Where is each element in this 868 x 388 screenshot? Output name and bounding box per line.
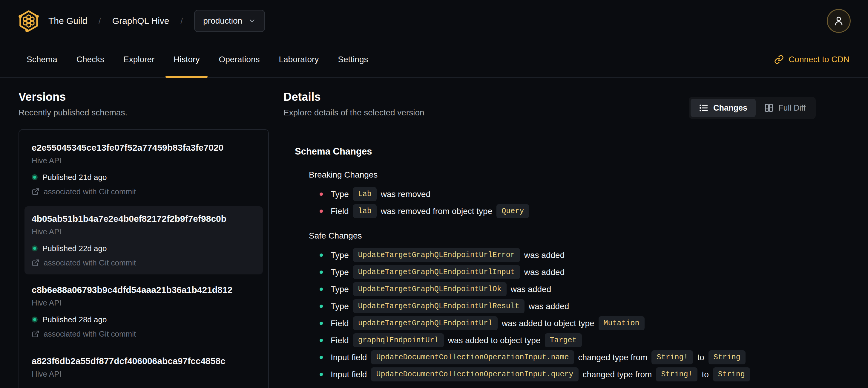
breadcrumb-separator: / [99, 16, 101, 26]
version-status: Published 28d ago [32, 315, 256, 324]
change-list: TypeUpdateTargetGraphQLEndpointUrlErrorw… [319, 248, 850, 381]
published-dot-icon [32, 317, 38, 323]
nav-tab-label: Settings [338, 55, 368, 64]
breaking-bullet-icon [319, 210, 323, 213]
nav-tab-label: History [174, 55, 199, 64]
version-item[interactable]: a823f6db2a55df877dcf406006abca97fcc4858c… [25, 349, 263, 388]
code-badge: graphqlEndpointUrl [353, 333, 444, 347]
change-text: changed type from [578, 353, 648, 362]
change-text: to [697, 353, 704, 362]
change-text: was removed from object type [381, 207, 493, 216]
chevron-down-icon [248, 17, 256, 25]
change-row-content: TypeUpdateTargetGraphQLEndpointUrlResult… [331, 299, 569, 313]
nav-tab-label: Schema [27, 55, 57, 64]
code-badge: UpdateTargetGraphQLEndpointUrlInput [353, 265, 520, 279]
published-dot-icon [32, 245, 38, 251]
version-status-label: Published 28d ago [42, 315, 106, 324]
nav-tab-label: Checks [76, 55, 104, 64]
published-dot-icon [32, 174, 38, 180]
version-status-label: Published 40d ago [42, 386, 106, 388]
safe-bullet-icon [319, 339, 323, 342]
full-diff-view-button[interactable]: Full Diff [756, 99, 814, 117]
safe-bullet-icon [319, 271, 323, 274]
change-row-content: Input fieldUpdateDocumentCollectionOpera… [331, 367, 750, 381]
git-commit-link[interactable]: associated with Git commit [32, 187, 256, 196]
code-badge: UpdateDocumentCollectionOperationInput.n… [371, 350, 574, 364]
version-service: Hive API [32, 156, 256, 165]
version-item[interactable]: e2e55045345ce13fe07f52a77459b83fa3fe7020… [25, 135, 263, 203]
change-text: to [702, 370, 709, 379]
version-item[interactable]: 4b05ab51b1b4a7e2e4b0ef82172f2b9f7ef98c0b… [25, 206, 263, 274]
change-row-content: TypeLabwas removed [331, 187, 430, 201]
nav-tab[interactable]: Schema [19, 42, 65, 77]
schema-changes: Schema Changes Breaking Changes TypeLabw… [283, 146, 850, 381]
full-diff-view-label: Full Diff [778, 103, 806, 113]
main-content: Versions Recently published schemas. e2e… [0, 78, 868, 388]
git-commit-label: associated with Git commit [43, 258, 136, 267]
hive-logo-icon[interactable] [17, 9, 40, 33]
code-badge: UpdateTargetGraphQLEndpointUrlResult [353, 299, 525, 313]
change-text: Type [331, 189, 349, 199]
change-row: TypeLabwas removed [319, 187, 850, 201]
git-commit-label: associated with Git commit [43, 187, 136, 196]
nav-tab[interactable]: Checks [68, 42, 112, 77]
change-text: was added [529, 302, 569, 311]
person-icon [833, 15, 845, 27]
breadcrumb-org[interactable]: The Guild [49, 16, 87, 26]
change-text: Type [331, 302, 349, 311]
code-badge: UpdateTargetGraphQLEndpointUrlOk [353, 282, 506, 296]
target-dropdown[interactable]: production [194, 10, 265, 32]
nav-tab[interactable]: Laboratory [271, 42, 327, 77]
change-text: was added [511, 285, 551, 294]
change-row-content: FieldupdateTargetGraphQLEndpointUrlwas a… [331, 316, 645, 330]
nav-tab-label: Explorer [123, 55, 154, 64]
nav-tab-label: Laboratory [279, 55, 319, 64]
change-text: Field [331, 336, 349, 345]
version-status-label: Published 21d ago [42, 173, 106, 182]
view-toggle-group: Changes Full Diff [689, 97, 816, 119]
code-badge: String! [651, 350, 693, 364]
target-nav: Schema Checks Explorer History Operation… [0, 42, 868, 78]
change-text: Type [331, 268, 349, 277]
safe-bullet-icon [319, 288, 323, 291]
version-status: Published 22d ago [32, 244, 256, 253]
breadcrumb-separator: / [181, 16, 183, 26]
change-section-title: Breaking Changes [309, 170, 850, 180]
versions-subtitle: Recently published schemas. [19, 108, 269, 118]
safe-bullet-icon [319, 322, 323, 325]
nav-tab[interactable]: Settings [330, 42, 376, 77]
versions-list: e2e55045345ce13fe07f52a77459b83fa3fe7020… [19, 129, 269, 388]
change-text: Field [331, 319, 349, 328]
nav-tab[interactable]: Operations [211, 42, 268, 77]
details-header: Details Explore details of the selected … [283, 90, 850, 119]
change-row-content: TypeUpdateTargetGraphQLEndpointUrlErrorw… [331, 248, 564, 262]
breadcrumb-project[interactable]: GraphQL Hive [112, 16, 169, 26]
change-row: FieldupdateTargetGraphQLEndpointUrlwas a… [319, 316, 850, 330]
details-heading-group: Details Explore details of the selected … [283, 90, 425, 118]
git-commit-link[interactable]: associated with Git commit [32, 329, 256, 338]
safe-bullet-icon [319, 356, 323, 359]
nav-tab[interactable]: History [165, 42, 208, 77]
version-service: Hive API [32, 369, 256, 379]
change-row: TypeUpdateTargetGraphQLEndpointUrlResult… [319, 299, 850, 313]
version-item[interactable]: c8b6e88a06793b9c4dfd54aaa21b36a1b421d812… [25, 277, 263, 346]
change-text: Field [331, 207, 349, 216]
change-row-content: FieldgraphqlEndpointUrlwas added to obje… [331, 333, 582, 347]
nav-tab[interactable]: Explorer [115, 42, 162, 77]
version-hash: c8b6e88a06793b9c4dfd54aaa21b36a1b421d812 [32, 285, 256, 295]
version-status-label: Published 22d ago [42, 244, 106, 253]
user-menu-button[interactable] [827, 9, 851, 33]
version-service: Hive API [32, 227, 256, 236]
nav-tabs: Schema Checks Explorer History Operation… [19, 42, 376, 77]
details-panel: Details Explore details of the selected … [283, 90, 850, 388]
code-badge: Mutation [598, 316, 645, 330]
changes-view-button[interactable]: Changes [690, 99, 756, 117]
changes-view-label: Changes [713, 103, 747, 113]
git-commit-link[interactable]: associated with Git commit [32, 258, 256, 267]
change-text: Type [331, 285, 349, 294]
change-text: Type [331, 250, 349, 260]
change-row: Input fieldUpdateDocumentCollectionOpera… [319, 350, 850, 364]
code-badge: UpdateTargetGraphQLEndpointUrlError [353, 248, 520, 262]
change-row-content: TypeUpdateTargetGraphQLEndpointUrlInputw… [331, 265, 564, 279]
connect-to-cdn-button[interactable]: Connect to CDN [774, 42, 849, 77]
